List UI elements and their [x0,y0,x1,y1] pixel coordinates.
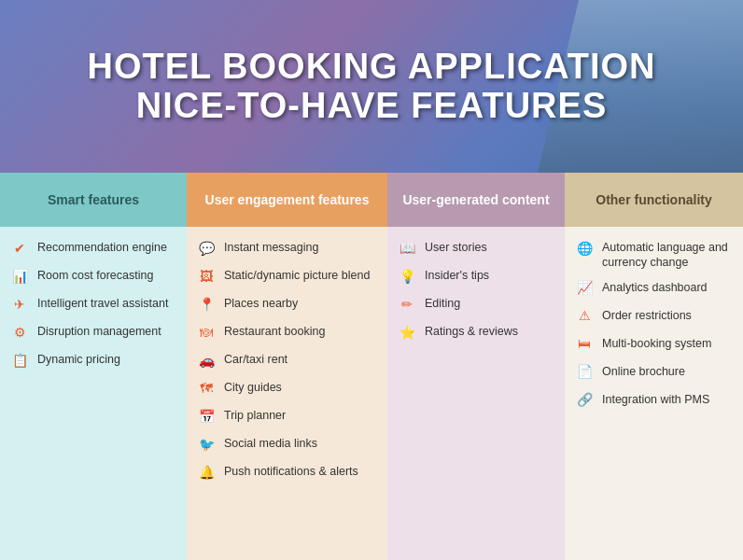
list-item: 🚗Car/taxi rent [196,350,378,371]
list-item: 🛏Multi-booking system [574,334,734,355]
feature-icon: 📄 [574,362,595,383]
list-item: 🍽Restaurant booking [196,322,378,343]
column-rows: ✔Recommendation engine📊Room cost forecas… [0,227,743,560]
feature-icon: 📊 [9,266,30,287]
col-header-ugc: User-generated content [387,173,565,227]
list-item: 📊Room cost forecasting [9,266,177,287]
feature-text: Editing [425,294,555,311]
col-header-other: Other functionality [565,173,743,227]
feature-icon: ⚙ [9,322,30,343]
list-item: 📈Analytics dashboard [574,278,734,299]
col-header-smart: Smart features [0,173,187,227]
col-body-other: 🌐Automatic language and currency change📈… [565,227,743,560]
list-item: 💬Instant messaging [196,238,378,259]
feature-text: Analytics dashboard [602,278,734,295]
feature-text: Trip planner [224,406,378,423]
feature-icon: ✏ [397,294,417,315]
feature-icon: 🐦 [196,434,217,455]
feature-text: Order restrictions [602,306,734,323]
list-item: ✈Intelligent travel assistant [9,294,177,315]
feature-text: Social media links [224,434,378,451]
feature-icon: 🖼 [196,266,217,287]
feature-text: Instant messaging [224,238,378,255]
feature-text: Car/taxi rent [224,350,378,367]
list-item: 🔔Push notifications & alerts [196,462,378,483]
feature-text: Push notifications & alerts [224,462,378,479]
feature-text: Multi-booking system [602,334,734,351]
feature-icon: 🔔 [196,462,217,483]
list-item: 📅Trip planner [196,406,378,427]
feature-icon: 💬 [196,238,217,259]
list-item: ⭐Ratings & reviews [397,322,555,343]
header-title: HOTEL BOOKING APPLICATION NICE-TO-HAVE F… [87,48,655,126]
feature-text: Restaurant booking [224,322,378,339]
feature-icon: ⭐ [397,322,417,343]
content: Smart features User engagement features … [0,173,743,560]
feature-icon: 📅 [196,406,217,427]
list-item: ⚠Order restrictions [574,306,734,327]
feature-text: Disruption management [37,322,177,339]
feature-icon: 📈 [574,278,595,299]
feature-icon: ⚠ [574,306,595,327]
list-item: 🌐Automatic language and currency change [574,238,734,271]
col-body-ugc: 📖User stories💡Insider's tips✏Editing⭐Rat… [387,227,565,560]
feature-icon: 🚗 [196,350,217,371]
list-item: 📄Online brochure [574,362,734,383]
title-line1: HOTEL BOOKING APPLICATION [87,48,655,87]
feature-icon: 🍽 [196,322,217,343]
col-body-smart: ✔Recommendation engine📊Room cost forecas… [0,227,187,560]
list-item: ✏Editing [397,294,555,315]
header: HOTEL BOOKING APPLICATION NICE-TO-HAVE F… [0,0,743,173]
list-item: 🔗Integration with PMS [574,390,734,411]
feature-icon: 🔗 [574,390,595,411]
feature-text: Insider's tips [425,266,555,283]
feature-text: Places nearby [224,294,378,311]
feature-text: Recommendation engine [37,238,177,255]
feature-icon: ✈ [9,294,30,315]
list-item: ✔Recommendation engine [9,238,177,259]
col-body-engagement: 💬Instant messaging🖼Static/dynamic pictur… [187,227,387,560]
feature-icon: ✔ [9,238,30,259]
list-item: 📋Dynamic pricing [9,350,177,371]
list-item: 💡Insider's tips [397,266,555,287]
list-item: ⚙Disruption management [9,322,177,343]
feature-text: Intelligent travel assistant [37,294,177,311]
feature-text: Static/dynamic picture blend [224,266,378,283]
feature-icon: 📍 [196,294,217,315]
app-container: HOTEL BOOKING APPLICATION NICE-TO-HAVE F… [0,0,743,560]
feature-icon: 📋 [9,350,30,371]
list-item: 🐦Social media links [196,434,378,455]
feature-icon: 🛏 [574,334,595,355]
list-item: 📖User stories [397,238,555,259]
feature-text: City guides [224,378,378,395]
list-item: 🖼Static/dynamic picture blend [196,266,378,287]
col-header-engagement: User engagement features [187,173,387,227]
list-item: 🗺City guides [196,378,378,399]
feature-icon: 📖 [397,238,417,259]
feature-text: Online brochure [602,362,734,379]
list-item: 📍Places nearby [196,294,378,315]
column-headers: Smart features User engagement features … [0,173,743,227]
feature-text: Automatic language and currency change [602,238,734,271]
feature-text: Dynamic pricing [37,350,177,367]
title-line2: NICE-TO-HAVE FEATURES [87,87,655,126]
feature-icon: 🗺 [196,378,217,399]
feature-text: User stories [425,238,555,255]
feature-text: Integration with PMS [602,390,734,407]
feature-text: Room cost forecasting [37,266,177,283]
feature-text: Ratings & reviews [425,322,555,339]
feature-icon: 💡 [397,266,417,287]
feature-icon: 🌐 [574,238,595,259]
